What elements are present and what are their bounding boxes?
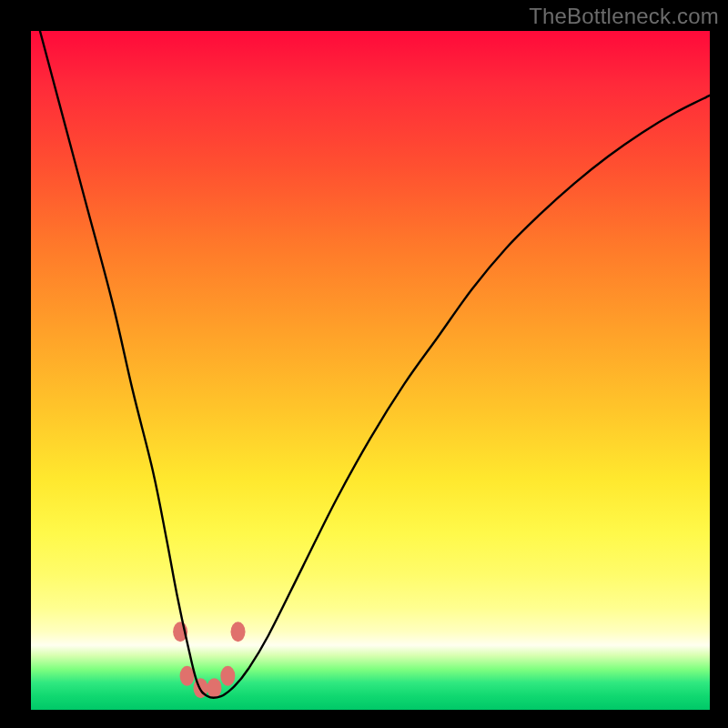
chart-stage: TheBottleneck.com [0,0,728,728]
curve-svg [31,31,710,710]
valley-marker [220,666,235,686]
valley-marker [207,678,221,698]
bottleneck-curve [31,0,710,698]
plot-area [31,31,710,710]
watermark-text: TheBottleneck.com [529,4,719,29]
valley-marker [231,622,246,642]
